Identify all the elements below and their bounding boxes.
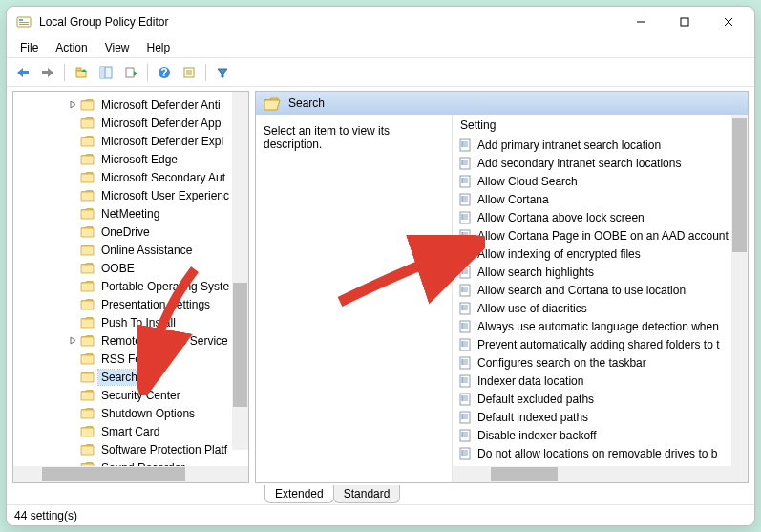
back-button[interactable] <box>12 62 33 83</box>
setting-row[interactable]: Prevent automatically adding shared fold… <box>453 335 748 353</box>
tree-vertical-scrollbar[interactable] <box>232 92 248 450</box>
setting-row[interactable]: Configures search on the taskbar <box>453 353 748 372</box>
tree-item[interactable]: Portable Operating Syste <box>13 277 248 295</box>
setting-row[interactable]: Default indexed paths <box>453 408 748 426</box>
filter-button[interactable] <box>212 62 233 83</box>
policy-icon <box>458 447 472 460</box>
expand-twisty-icon[interactable] <box>67 99 78 111</box>
svg-point-107 <box>461 341 463 343</box>
setting-row[interactable]: Indexer data location <box>453 372 748 390</box>
tree-item[interactable]: Microsoft Defender Anti <box>13 96 248 114</box>
help-button[interactable]: ? <box>154 62 175 83</box>
setting-row[interactable]: Allow Cortana <box>453 190 748 208</box>
tree-item-label: Portable Operating Syste <box>98 279 232 294</box>
policy-icon <box>458 211 472 224</box>
minimize-button[interactable] <box>619 7 663 37</box>
svg-point-128 <box>461 395 463 397</box>
tree-item[interactable]: Sound Recorder <box>13 458 248 466</box>
tree-item[interactable]: Security Center <box>13 386 248 404</box>
setting-row[interactable]: Allow Cortana Page in OOBE on an AAD acc… <box>453 226 748 245</box>
show-hide-tree-button[interactable] <box>95 62 116 83</box>
svg-point-81 <box>461 272 463 274</box>
tree-item[interactable]: OOBE <box>13 259 248 277</box>
svg-point-58 <box>461 214 463 216</box>
setting-label: Configures search on the taskbar <box>477 356 646 370</box>
setting-row[interactable]: Always use automatic language detection … <box>453 317 748 335</box>
menu-file[interactable]: File <box>12 39 46 56</box>
setting-label: Allow search highlights <box>477 266 594 279</box>
svg-point-129 <box>461 397 463 399</box>
svg-point-59 <box>461 216 463 218</box>
svg-point-123 <box>461 381 463 383</box>
tree-item[interactable]: Microsoft Secondary Aut <box>13 168 248 186</box>
tree-item[interactable]: Online Assistance <box>13 241 248 259</box>
policy-tree[interactable]: Microsoft Defender AntiMicrosoft Defende… <box>13 92 248 466</box>
setting-row[interactable]: Allow Cloud Search <box>453 172 748 190</box>
setting-row[interactable]: Do not allow locations on removable driv… <box>453 444 748 462</box>
tree-item-label: Microsoft Secondary Aut <box>98 170 228 185</box>
statusbar: 44 setting(s) <box>7 504 754 525</box>
settings-list[interactable]: Add primary intranet search locationAdd … <box>453 136 748 466</box>
tab-standard[interactable]: Standard <box>333 485 401 503</box>
svg-rect-40 <box>460 176 470 187</box>
tree-item[interactable]: RSS Feeds <box>13 350 248 368</box>
maximize-button[interactable] <box>663 7 707 37</box>
tree-item[interactable]: Microsoft Edge <box>13 150 248 168</box>
policy-icon <box>458 356 472 370</box>
tree-item[interactable]: Push To Install <box>13 313 248 331</box>
tree-item[interactable]: Remote Desktop Service <box>13 331 248 350</box>
tab-extended[interactable]: Extended <box>264 485 334 503</box>
list-horizontal-scrollbar[interactable] <box>453 466 748 482</box>
tree-item[interactable]: NetMeeting <box>13 204 248 223</box>
svg-marker-24 <box>71 337 75 344</box>
tree-item[interactable]: Microsoft User Experienc <box>13 186 248 204</box>
expand-twisty-icon[interactable] <box>67 335 78 347</box>
up-button[interactable] <box>71 62 92 83</box>
tree-item[interactable]: Search <box>13 368 248 386</box>
menu-view[interactable]: View <box>97 39 137 56</box>
tree-item[interactable]: Presentation Settings <box>13 295 248 313</box>
svg-point-74 <box>461 254 463 256</box>
tree-horizontal-scrollbar[interactable] <box>13 466 248 482</box>
setting-row[interactable]: Allow search and Cortana to use location <box>453 281 748 299</box>
setting-row[interactable]: Allow use of diacritics <box>453 299 748 317</box>
tree-item[interactable]: Smart Card <box>13 422 248 440</box>
folder-icon <box>80 117 95 129</box>
properties-button[interactable] <box>179 62 200 83</box>
svg-rect-110 <box>460 357 470 369</box>
setting-row[interactable]: Default excluded paths <box>453 390 748 408</box>
svg-rect-124 <box>460 394 470 405</box>
tree-item[interactable]: Software Protection Platf <box>13 440 248 458</box>
settings-column: Setting Add primary intranet search loca… <box>452 115 748 482</box>
svg-rect-138 <box>460 430 470 441</box>
menu-help[interactable]: Help <box>139 39 179 56</box>
menu-action[interactable]: Action <box>48 39 95 56</box>
svg-rect-26 <box>460 139 470 151</box>
setting-row[interactable]: Allow Cortana above lock screen <box>453 208 748 226</box>
setting-row[interactable]: Add secondary intranet search locations <box>453 154 748 172</box>
setting-label: Do not allow locations on removable driv… <box>477 447 717 460</box>
tree-item[interactable]: Microsoft Defender Expl <box>13 132 248 150</box>
svg-point-45 <box>461 180 463 181</box>
setting-row[interactable]: Disable indexer backoff <box>453 426 748 444</box>
column-header-setting[interactable]: Setting <box>453 115 748 136</box>
details-header: Search <box>256 92 748 115</box>
tree-item[interactable]: OneDrive <box>13 223 248 241</box>
svg-point-95 <box>461 309 463 310</box>
tree-item-label: Remote Desktop Service <box>98 333 231 349</box>
policy-icon <box>458 284 472 297</box>
tree-item[interactable]: Microsoft Defender App <box>13 114 248 132</box>
svg-rect-103 <box>460 339 470 351</box>
tree-item[interactable]: Shutdown Options <box>13 404 248 422</box>
svg-point-136 <box>461 415 463 417</box>
setting-row[interactable]: Allow search highlights <box>453 263 748 281</box>
export-list-button[interactable] <box>120 62 141 83</box>
folder-icon <box>80 225 95 238</box>
svg-point-151 <box>461 454 463 456</box>
list-vertical-scrollbar[interactable] <box>731 115 748 466</box>
svg-point-52 <box>461 198 463 200</box>
forward-button[interactable] <box>37 62 58 83</box>
setting-row[interactable]: Allow indexing of encrypted files <box>453 245 748 263</box>
setting-row[interactable]: Add primary intranet search location <box>453 136 748 154</box>
close-button[interactable] <box>707 7 750 37</box>
